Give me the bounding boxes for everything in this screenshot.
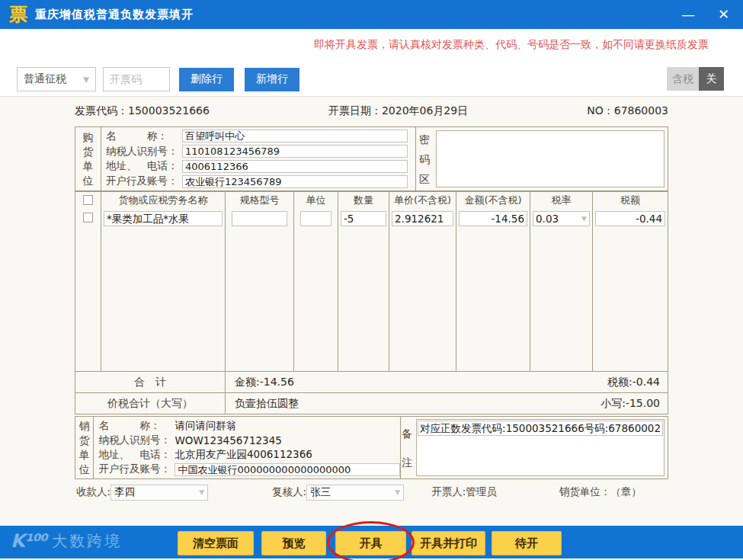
signers-row: 收款人: 李四 ▼ 复核人: 张三 ▼ 开票人:管理员 销货单位：（章） [75, 484, 668, 501]
seller-section: 销货单位 名 称：请问请问群翁 纳税人识别号：WOW123456712345 地… [75, 416, 668, 479]
payee-label: 收款人: [76, 485, 110, 499]
dropdown-arrow-icon: ▼ [581, 212, 587, 226]
dropdown-arrow-icon: ▼ [199, 488, 204, 496]
buyer-name-input[interactable]: 百望呼叫中心 [182, 130, 408, 142]
tax-type-select[interactable]: 普通征税 ▼ [17, 67, 96, 91]
totals-row: 合 计 金额:-14.56 税额:-0.44 [75, 371, 668, 392]
total-amount: 金额:-14.56 [235, 376, 294, 389]
buyer-name-label: 名 称： [106, 130, 182, 143]
buyer-address-label: 地址、 电话： [106, 159, 182, 173]
seller-bank-input[interactable]: 中国农业银行000000000000000000 [175, 463, 400, 476]
col-header-goods: 货物或应税劳务名称 [101, 192, 226, 208]
seller-address-value: 北京用友产业园4006112366 [175, 448, 312, 462]
col-header-spec: 规格型号 [226, 192, 294, 208]
invoice-code-input[interactable] [103, 67, 170, 91]
seller-taxid-value: WOW123456712345 [175, 434, 281, 446]
spec-input[interactable] [232, 211, 287, 226]
minimize-icon[interactable]: — [677, 0, 700, 29]
select-all-checkbox[interactable] [83, 195, 93, 205]
buyer-section: 购货单位 名 称：百望呼叫中心 纳税人识别号：110108123456789 地… [75, 126, 668, 191]
col-header-unit: 单位 [294, 192, 338, 208]
tax-off-option[interactable]: 关 [699, 67, 724, 91]
goods-name-input[interactable]: *果类加工品*水果 [104, 211, 223, 226]
clear-form-button[interactable]: 清空票面 [178, 531, 254, 555]
add-row-button[interactable]: 新增行 [245, 68, 299, 91]
delete-row-button[interactable]: 删除行 [179, 68, 234, 91]
quantity-input[interactable]: -5 [341, 211, 386, 226]
seller-name-value: 请问请问群翁 [175, 419, 236, 433]
invoice-ticket-icon: 票 [9, 5, 27, 24]
window-title: 重庆增值税普通负数发票填开 [35, 8, 194, 22]
issuer-text: 开票人:管理员 [431, 485, 497, 499]
password-area-label: 密码区 [416, 127, 433, 190]
logo-mark-icon: K¹⁰⁰ [11, 530, 46, 552]
seller-bank-label: 开户行及账号： [98, 462, 175, 476]
buyer-section-label: 购货单位 [75, 127, 101, 190]
top-strip: 即将开具发票，请认真核对发票种类、代码、号码是否一致，如不同请更换纸质发票 普通… [0, 29, 743, 97]
col-header-quantity: 数量 [338, 192, 389, 208]
remark-text: 对应正数发票代码:150003521666号码:67860002 [418, 421, 663, 436]
buyer-taxid-input[interactable]: 110108123456789 [182, 145, 408, 158]
items-table-body: *果类加工品*水果 -5 2.912621 -14.56 0.03▼ -0.44 [75, 208, 668, 371]
tax-included-option[interactable]: 含税 [667, 67, 699, 91]
col-header-amount: 金额(不含税) [456, 192, 530, 208]
grand-total-row: 价税合计（大写） 负壹拾伍圆整 小写:-15.00 [75, 392, 668, 414]
buyer-bank-input[interactable]: 农业银行123456789 [182, 175, 408, 188]
invoice-code: 发票代码：150003521666 [75, 104, 210, 118]
tax-amount-input[interactable]: -0.44 [595, 211, 665, 226]
invoice-window: 票 重庆增值税普通负数发票填开 — ✕ 即将开具发票，请认真核对发票种类、代码、… [0, 0, 743, 560]
col-header-tax: 税额 [593, 192, 668, 208]
unit-price-input[interactable]: 2.912621 [392, 211, 453, 226]
invoice-date: 开票日期：2020年06月29日 [328, 104, 468, 118]
row-checkbox[interactable] [83, 213, 93, 222]
footer-bar: K¹⁰⁰ 大数跨境 清空票面 预览 开具 开具并打印 待开 [0, 526, 743, 558]
payee-select[interactable]: 李四 ▼ [110, 485, 208, 501]
buyer-address-input[interactable]: 4006112366 [182, 160, 408, 173]
items-table: 货物或应税劳务名称 规格型号 单位 数量 单价(不含税) 金额(不含税) 税率 … [75, 191, 668, 414]
toolbar: 普通征税 ▼ 删除行 新增行 [17, 67, 299, 91]
close-icon[interactable]: ✕ [713, 0, 734, 29]
seller-section-label: 销货单位 [75, 417, 94, 478]
unit-input[interactable] [300, 211, 331, 226]
invoice-form: 发票代码：150003521666 开票日期：2020年06月29日 NO：67… [0, 97, 743, 526]
total-tax: 税额:-0.44 [607, 376, 660, 389]
password-area-box [436, 130, 665, 187]
dropdown-arrow-icon: ▼ [395, 488, 400, 496]
reviewer-label: 复核人: [272, 485, 306, 499]
tax-included-toggle: 含税 关 [667, 67, 724, 91]
preview-button[interactable]: 预览 [261, 531, 326, 555]
seller-taxid-label: 纳税人识别号： [98, 434, 175, 447]
buyer-fields: 名 称：百望呼叫中心 纳税人识别号：110108123456789 地址、 电话… [101, 127, 416, 190]
col-header-tax-rate: 税率 [530, 192, 593, 208]
reviewer-select[interactable]: 张三 ▼ [306, 485, 404, 501]
issue-warning-text: 即将开具发票，请认真核对发票种类、代码、号码是否一致，如不同请更换纸质发票 [314, 38, 709, 52]
grand-total-numeric: 小写:-15.00 [600, 397, 660, 411]
title-bar: 票 重庆增值税普通负数发票填开 — ✕ [0, 0, 743, 29]
seller-name-label: 名 称： [98, 419, 175, 433]
dropdown-arrow-icon: ▼ [83, 75, 89, 84]
grand-total-label: 价税合计（大写） [75, 393, 226, 414]
issue-and-print-button[interactable]: 开具并打印 [412, 531, 485, 555]
seller-seal-text: 销货单位：（章） [559, 485, 642, 499]
grand-total-words: 负壹拾伍圆整 [235, 397, 299, 411]
seller-fields: 名 称：请问请问群翁 纳税人识别号：WOW123456712345 地址、 电话… [94, 417, 401, 478]
totals-label: 合 计 [75, 372, 226, 392]
amount-input[interactable]: -14.56 [459, 211, 527, 226]
dashukuajing-logo: K¹⁰⁰ 大数跨境 [11, 530, 122, 552]
tax-type-value: 普通征税 [24, 72, 66, 86]
buyer-bank-label: 开户行及账号： [106, 174, 182, 188]
tax-rate-select[interactable]: 0.03▼ [533, 211, 590, 226]
logo-text: 大数跨境 [52, 531, 122, 552]
pending-button[interactable]: 待开 [492, 531, 562, 555]
buyer-taxid-label: 纳税人识别号： [106, 145, 182, 158]
invoice-number: NO：67860003 [587, 104, 668, 118]
col-header-unit-price: 单价(不含税) [389, 192, 456, 208]
items-table-header: 货物或应税劳务名称 规格型号 单位 数量 单价(不含税) 金额(不含税) 税率 … [75, 192, 668, 208]
remark-label: 备注 [401, 417, 413, 478]
issue-button[interactable]: 开具 [335, 531, 406, 555]
remark-box[interactable]: 对应正数发票代码:150003521666号码:67860002 [416, 419, 665, 476]
invoice-meta-row: 发票代码：150003521666 开票日期：2020年06月29日 NO：67… [75, 104, 668, 118]
seller-address-label: 地址、 电话： [98, 448, 175, 462]
